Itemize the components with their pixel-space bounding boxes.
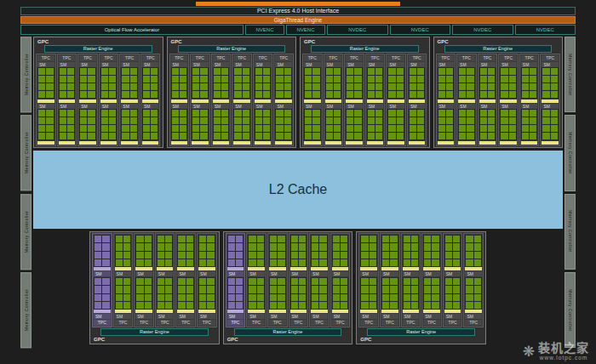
sm-block: SM [94,235,111,276]
core-cell [341,278,347,285]
tpc-label: TPC [135,320,152,326]
core-cell [221,83,228,90]
core-cell [445,243,452,250]
l1-cache-bar [248,310,265,313]
sm-block: SM [255,104,272,145]
core-cell [445,294,452,301]
tpc-label: TPC [177,320,194,326]
l1-cache-bar [177,310,194,313]
core-cell [186,302,193,309]
gpc-block: GPCRaster EngineTPCSMSMTPCSMSMTPCSMSMTPC… [33,37,163,148]
sm-block: SM [233,62,250,103]
core-cell [60,110,66,117]
core-cell [207,259,214,266]
core-grid [423,235,440,267]
core-grid [346,67,363,99]
core-cell [123,302,130,309]
core-cell [38,133,45,139]
core-cell [234,110,241,117]
core-cell [333,294,340,301]
core-cell [488,68,495,75]
core-cell [214,76,221,82]
core-cell [38,110,45,117]
core-cell [257,302,264,309]
core-cell [67,125,74,132]
core-cell [417,125,424,132]
core-cell [551,76,558,82]
l1-cache-bar [521,100,538,103]
core-cell [122,110,129,117]
sm-label: SM [311,271,328,276]
tpc-column: TPCSMSM [77,54,98,146]
core-cell [88,110,95,117]
core-cell [453,243,460,250]
core-cell [257,259,264,266]
sm-block: SM [479,104,496,145]
core-cell [522,133,529,139]
gpc-label: GPC [358,336,484,343]
core-cell [397,91,404,98]
core-cell [347,76,353,82]
core-cell [334,110,341,117]
core-cell [255,76,262,82]
l1-cache-bar [142,141,159,145]
tpc-label: TPC [403,320,420,326]
tpc-label: TPC [157,320,174,326]
tpc-label: TPC [346,55,363,61]
core-cell [178,302,185,309]
core-cell [178,259,185,266]
core-cell [257,243,264,250]
sm-block: SM [381,277,398,319]
core-cell [192,68,199,75]
core-cell [284,91,291,98]
core-grid [233,109,250,140]
sm-block: SM [59,104,76,145]
core-cell [95,259,101,266]
core-cell [109,91,116,98]
tpc-row: SMSMTPCSMSMTPCSMSMTPCSMSMTPCSMSMTPCSMSMT… [358,233,484,327]
core-grid [135,235,152,267]
core-cell [116,236,123,242]
l1-cache-bar [79,141,96,145]
tpc-label: TPC [255,55,272,61]
core-cell [341,252,347,259]
core-grid [360,277,377,310]
core-cell [102,278,109,285]
core-cell [375,76,382,82]
tpc-column: TPCSMSM [169,54,190,146]
core-cell [530,133,536,139]
core-grid [311,235,328,267]
tpc-label: TPC [290,320,307,326]
core-cell [542,91,549,98]
core-cell [88,133,95,139]
core-cell [446,133,453,139]
core-cell [333,286,340,293]
core-cell [228,252,235,259]
tpc-row: SMSMTPCSMSMTPCSMSMTPCSMSMTPCSMSMTPCSMSMT… [92,233,217,327]
core-grid [381,277,398,310]
core-cell [312,117,319,124]
core-cell [361,259,368,266]
core-cell [459,68,466,75]
core-cell [263,68,270,75]
core-cell [95,252,101,259]
core-cell [165,294,172,301]
core-cell [116,302,123,309]
core-cell [382,294,389,301]
core-cell [299,302,306,309]
gpc-label: GPC [92,336,217,343]
core-cell [263,91,270,98]
sm-block: SM [387,104,404,145]
sm-block: SM [290,277,307,319]
core-cell [488,91,495,98]
core-cell [354,133,361,139]
core-cell [334,76,341,82]
core-cell [446,117,453,124]
core-cell [466,252,473,259]
core-cell [341,286,347,293]
sm-block: SM [177,277,194,319]
gpc-row-top: GPCRaster EngineTPCSMSMTPCSMSMTPCSMSMTPC… [33,37,563,148]
tpc-row: TPCSMSMTPCSMSMTPCSMSMTPCSMSMTPCSMSMTPCSM… [36,54,161,146]
core-cell [255,91,262,98]
core-cell [459,117,466,124]
